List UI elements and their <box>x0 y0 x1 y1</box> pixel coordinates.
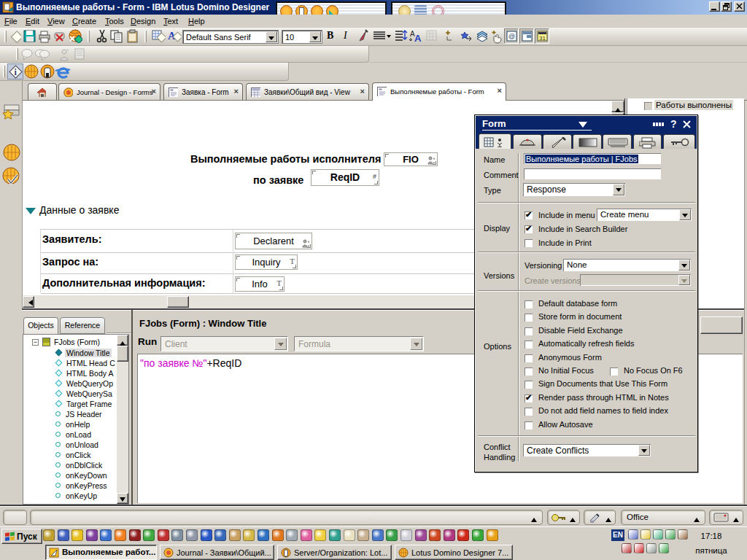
svg-text:A: A <box>414 33 422 44</box>
svg-text:@: @ <box>508 33 515 40</box>
svg-text:31: 31 <box>539 35 546 42</box>
